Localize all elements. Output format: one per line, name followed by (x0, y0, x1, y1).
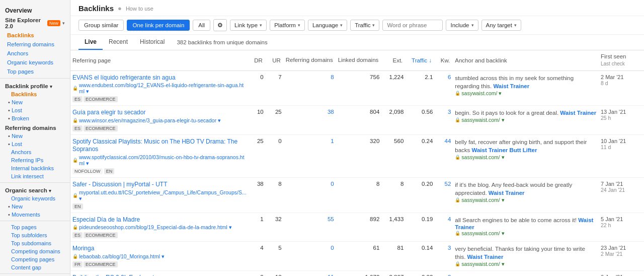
anchor-url[interactable]: 🔒 sassywaist.com/ ▾ (455, 230, 597, 236)
url-text[interactable]: lebaobab.ca/blog/10_Moringa.html ▾ (79, 253, 165, 259)
anchor-link[interactable]: Waist Trainer Butt Lifter (472, 147, 537, 153)
col-ext[interactable]: Ext. (381, 50, 406, 71)
referring-page-title[interactable]: Moringa (72, 245, 246, 253)
sidebar-item-backlinks[interactable]: Backlinks (0, 31, 70, 40)
col-referring-domains[interactable]: Referring domains (284, 50, 336, 71)
tag-row: NOFOLLOW EN (72, 167, 246, 174)
sidebar-content-gap[interactable]: Content gap (0, 263, 70, 271)
sidebar-link-intersect[interactable]: Link intersect (0, 172, 70, 180)
kw-cell[interactable]: 2 (435, 270, 453, 276)
platform-dropdown[interactable]: Platform ▾ (270, 20, 305, 31)
url-text[interactable]: www.endubest.com/blog/12_EVANS-el-liquid… (79, 82, 246, 94)
url-text[interactable]: www.winsor.es/en/magazine/3_guia-para-el… (79, 117, 221, 123)
referring-page-title[interactable]: Safer - Discussion | myPortal - UTT (72, 181, 246, 189)
date-cell: 13 Jan '21 25 h (599, 106, 644, 135)
overview-link[interactable]: Overview (0, 4, 70, 16)
how-to-use-link[interactable]: How to use (126, 6, 153, 12)
rd-cell[interactable]: 55 (284, 213, 336, 242)
rd-cell[interactable]: 38 (284, 106, 336, 135)
traffic-dropdown[interactable]: Traffic ▾ (350, 20, 379, 31)
sidebar-competing-domains[interactable]: Competing domains (0, 247, 70, 255)
word-phrase-input[interactable] (382, 20, 443, 31)
site-explorer-link[interactable]: Site Explorer 2.0 New ▾ (0, 16, 70, 31)
kw-cell[interactable]: 4 (435, 213, 453, 242)
date-cell: 23 Jan '21 2 Mar '21 (599, 242, 644, 271)
anchor-url-text[interactable]: sassywaist.com/ ▾ (461, 154, 504, 160)
rd-cell[interactable]: 8 (284, 71, 336, 106)
referring-page-title[interactable]: EVANS el líquido refrigerante sin agua (72, 74, 246, 82)
sidebar-top-pages[interactable]: Top pages (0, 223, 70, 231)
sidebar-competing-pages[interactable]: Competing pages (0, 255, 70, 263)
ur-cell: 5 (266, 242, 284, 271)
anchor-url-text[interactable]: sassywaist.com/ ▾ (461, 117, 504, 123)
sidebar-rd-lost[interactable]: • Lost (0, 140, 70, 148)
referring-page-title[interactable]: Spotify Classical Playlists: Music on Th… (72, 138, 246, 154)
col-first-seen[interactable]: First seen Last check (599, 50, 644, 71)
sidebar-referring-ips[interactable]: Referring IPs (0, 156, 70, 164)
url-text[interactable]: myportal.utt.edu.tt/ICS/_portetview_/Cam… (79, 189, 247, 201)
kw-cell[interactable]: 6 (435, 71, 453, 106)
col-ur[interactable]: UR (266, 50, 284, 71)
anchor-link[interactable]: Waist Trainer (467, 254, 504, 260)
referring-page-title[interactable]: Especial Día de la Madre (72, 216, 246, 224)
url-text[interactable]: pideundeseooshop.com/blog/19_Especial-di… (79, 224, 232, 230)
sidebar-item-anchors[interactable]: Anchors (0, 49, 70, 58)
kw-cell[interactable]: 3 (435, 242, 453, 271)
any-target-dropdown[interactable]: Any target ▾ (481, 20, 521, 31)
anchor-url[interactable]: 🔒 sasywaist.com/ ▾ (455, 90, 597, 96)
sidebar-item-broken[interactable]: • Broken (0, 114, 70, 122)
dr-cell: 25 (248, 134, 266, 177)
anchor-url-text[interactable]: sassywaist.com/ ▾ (461, 230, 504, 236)
anchor-url-text[interactable]: sasywaist.com/ ▾ (461, 90, 502, 96)
col-kw[interactable]: Kw. (435, 50, 453, 71)
sidebar-item-top-pages[interactable]: Top pages (0, 67, 70, 76)
language-dropdown[interactable]: Language ▾ (308, 20, 347, 31)
rd-cell[interactable]: 0 (284, 177, 336, 213)
sidebar-ok-new[interactable]: • New (0, 202, 70, 211)
rd-cell[interactable]: 11 (284, 270, 336, 276)
rd-cell[interactable]: 0 (284, 242, 336, 271)
kw-cell[interactable]: 3 (435, 106, 453, 135)
sidebar-anchors[interactable]: Anchors (0, 148, 70, 156)
anchor-url[interactable]: 🔒 sassywaist.com/ ▾ (455, 261, 597, 267)
sidebar-top-subfolders[interactable]: Top subfolders (0, 231, 70, 239)
tab-historical[interactable]: Historical (134, 35, 171, 50)
sidebar-organic-keywords[interactable]: Organic keywords (0, 194, 70, 202)
rd-cell[interactable]: 1 (284, 134, 336, 177)
anchor-link[interactable]: Waist Trainer (493, 83, 529, 89)
sidebar-ok-movements[interactable]: • Movements (0, 211, 70, 219)
sidebar-item-new[interactable]: • New (0, 98, 70, 106)
sidebar-rd-new[interactable]: • New (0, 132, 70, 140)
anchor-url[interactable]: 🔒 sassywaist.com/ ▾ (455, 117, 597, 123)
col-traffic[interactable]: Traffic ↓ (406, 50, 435, 71)
sidebar-item-referring-domains[interactable]: Referring domains (0, 40, 70, 49)
url-text[interactable]: www.spotifyclassical.com/2010/03/music-o… (79, 154, 246, 166)
group-similar-button[interactable]: Group similar (78, 20, 124, 31)
referring-page-title[interactable]: Guía para elegir tu secador (72, 109, 246, 117)
anchor-link[interactable]: Waist Trainer (489, 190, 525, 196)
include-dropdown[interactable]: Include ▾ (446, 20, 478, 31)
tab-recent[interactable]: Recent (103, 35, 134, 50)
anchor-link[interactable]: Waist Trainer (560, 110, 596, 116)
col-linked-domains[interactable]: Linked domains (336, 50, 382, 71)
link-type-dropdown[interactable]: Link type ▾ (230, 20, 267, 31)
sidebar-top-subdomains[interactable]: Top subdomains (0, 239, 70, 247)
anchor-url[interactable]: 🔒 sassywaist.com/ ▾ (455, 154, 597, 160)
tabs-bar: Live Recent Historical 382 backlinks fro… (70, 35, 644, 50)
sidebar-item-lost[interactable]: • Lost (0, 106, 70, 114)
sidebar-item-backlinks-sub[interactable]: Backlinks (0, 90, 70, 98)
tab-live[interactable]: Live (78, 35, 103, 50)
kw-cell[interactable]: 52 (435, 177, 453, 213)
sidebar-internal-backlinks[interactable]: Internal backlinks (0, 164, 70, 172)
referring-page-title[interactable]: Building the RS 2.3L Ecoboost (72, 274, 246, 276)
one-link-per-domain-button[interactable]: One link per domain (127, 20, 190, 31)
settings-icon[interactable]: ⚙ (213, 19, 227, 31)
anchor-url[interactable]: 🔒 sassywaist.com/ ▾ (455, 197, 597, 203)
all-button[interactable]: All (193, 20, 210, 31)
sidebar-item-organic-keywords[interactable]: Organic keywords (0, 58, 70, 67)
kw-cell[interactable]: 44 (435, 134, 453, 177)
anchor-url-text[interactable]: sassywaist.com/ ▾ (461, 197, 504, 203)
col-dr[interactable]: DR (248, 50, 266, 71)
table-row: Spotify Classical Playlists: Music on Th… (70, 134, 644, 177)
anchor-url-text[interactable]: sassywaist.com/ ▾ (461, 261, 504, 267)
